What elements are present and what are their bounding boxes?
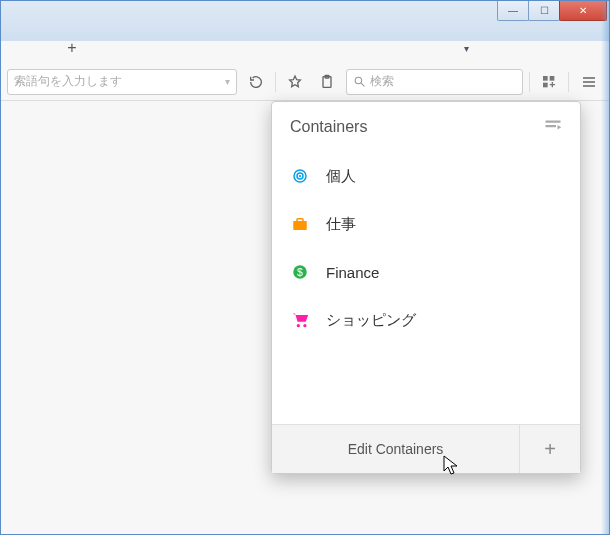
container-item-shopping[interactable]: ショッピング (272, 296, 580, 344)
url-dropdown-icon[interactable]: ▾ (221, 76, 230, 87)
container-label: Finance (326, 264, 379, 281)
window-titlebar: — ☐ ✕ (1, 1, 609, 29)
clipboard-icon (319, 74, 335, 90)
svg-rect-5 (543, 82, 548, 87)
svg-point-14 (297, 324, 300, 327)
plus-icon: + (544, 438, 556, 461)
add-container-button[interactable]: + (520, 425, 580, 473)
edit-containers-button[interactable]: Edit Containers (272, 425, 520, 473)
reload-button[interactable] (243, 69, 269, 95)
toolbar-separator (568, 72, 569, 92)
svg-rect-11 (297, 219, 303, 222)
briefcase-icon (290, 215, 310, 233)
svg-point-15 (303, 324, 306, 327)
move-handle-icon[interactable] (544, 118, 562, 136)
container-item-work[interactable]: 仕事 (272, 200, 580, 248)
panel-footer: Edit Containers + (272, 424, 580, 473)
svg-rect-6 (550, 76, 555, 81)
container-label: 仕事 (326, 215, 356, 234)
container-list: 個人 仕事 $ Finance ショッピング (272, 152, 580, 344)
panel-spacer (272, 344, 580, 424)
tabs-dropdown-button[interactable]: ▾ (464, 43, 469, 54)
hamburger-icon (581, 74, 597, 90)
edit-containers-label: Edit Containers (348, 441, 444, 457)
plus-icon: + (67, 39, 76, 57)
svg-point-9 (299, 175, 301, 177)
bookmark-star-button[interactable] (282, 69, 308, 95)
navigation-toolbar: 索語句を入力します ▾ 検索 (1, 63, 609, 101)
chevron-down-icon: ▾ (464, 43, 469, 54)
svg-rect-4 (543, 76, 548, 81)
url-input[interactable]: 索語句を入力します ▾ (7, 69, 237, 95)
browser-window: — ☐ ✕ + ▾ 索語句を入力します ▾ (0, 0, 610, 535)
search-icon (353, 75, 366, 88)
maximize-icon: ☐ (540, 5, 549, 16)
new-tab-button[interactable]: + (58, 37, 86, 59)
toolbar-separator (529, 72, 530, 92)
url-placeholder: 索語句を入力します (14, 73, 221, 90)
container-item-personal[interactable]: 個人 (272, 152, 580, 200)
dollar-icon: $ (290, 263, 310, 281)
panel-title: Containers (290, 118, 367, 136)
star-icon (287, 74, 303, 90)
window-minimize-button[interactable]: — (497, 1, 529, 21)
svg-point-2 (355, 77, 362, 84)
container-label: 個人 (326, 167, 356, 186)
container-item-finance[interactable]: $ Finance (272, 248, 580, 296)
search-input[interactable]: 検索 (346, 69, 523, 95)
cart-icon (290, 311, 310, 329)
tab-strip: + ▾ (1, 33, 609, 63)
containers-toolbar-button[interactable] (536, 69, 562, 95)
app-menu-button[interactable] (575, 69, 603, 95)
search-placeholder: 検索 (370, 73, 394, 90)
window-close-button[interactable]: ✕ (559, 1, 607, 21)
window-border-glow (601, 1, 609, 534)
container-label: ショッピング (326, 311, 416, 330)
fingerprint-icon (290, 167, 310, 185)
reload-icon (248, 74, 264, 90)
window-maximize-button[interactable]: ☐ (528, 1, 560, 21)
containers-panel: Containers 個人 仕事 $ Fin (271, 101, 581, 474)
library-button[interactable] (314, 69, 340, 95)
toolbar-separator (275, 72, 276, 92)
svg-line-3 (361, 83, 364, 86)
minimize-icon: — (508, 5, 518, 16)
panel-header: Containers (272, 102, 580, 152)
close-icon: ✕ (579, 5, 587, 16)
svg-text:$: $ (297, 266, 303, 278)
grid-plus-icon (541, 74, 557, 90)
